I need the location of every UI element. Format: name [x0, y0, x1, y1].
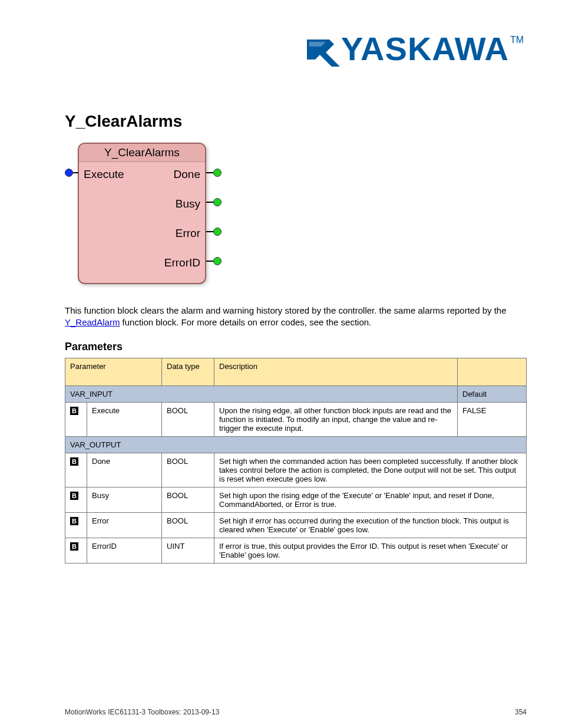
- output-pin-icon: [213, 228, 222, 236]
- pin-stub: [206, 231, 213, 232]
- output-pin-icon: [213, 257, 222, 265]
- param-desc: Set high upon the rising edge of the 'Ex…: [214, 487, 527, 512]
- desc-text: section.: [341, 317, 372, 327]
- param-default: FALSE: [458, 402, 527, 436]
- output-pin-icon: [213, 198, 222, 206]
- table-row: B ErrorID UINT If error is true, this ou…: [65, 538, 527, 563]
- parameters-heading: Parameters: [65, 341, 527, 353]
- readAlarm-link[interactable]: Y_ReadAlarm: [65, 317, 120, 327]
- brand-name: YASKAWA: [341, 32, 509, 65]
- param-desc: Set high when the commanded action has b…: [214, 453, 527, 487]
- desc-text: This function block clears the alarm and…: [65, 305, 507, 315]
- pin-stub: [206, 172, 213, 173]
- param-name: ErrorID: [87, 538, 162, 563]
- table-row: B Busy BOOL Set high upon the rising edg…: [65, 487, 527, 512]
- port-execute: Execute: [84, 168, 124, 181]
- group-var-output: VAR_OUTPUT: [65, 436, 527, 453]
- trademark: TM: [510, 35, 524, 45]
- param-type: BOOL: [162, 512, 214, 538]
- parameters-table: Parameter Data type Description VAR_INPU…: [65, 358, 527, 564]
- pin-stub: [206, 261, 213, 262]
- param-type: BOOL: [162, 453, 214, 487]
- pin-stub: [206, 202, 213, 203]
- footer-left: MotionWorks IEC61131-3 Toolboxes: 2013-0…: [65, 708, 219, 716]
- table-header-row: Parameter Data type Description: [65, 358, 527, 386]
- function-block-title: Y_ClearAlarms: [79, 144, 205, 162]
- output-pin-icon: [213, 169, 222, 177]
- function-block-box: Y_ClearAlarms Execute Done Busy Error Er…: [78, 143, 206, 284]
- param-name: Execute: [87, 402, 162, 436]
- col-description: Description: [214, 358, 458, 386]
- row-marker: B: [65, 512, 87, 538]
- input-pin-icon: [65, 169, 73, 177]
- group-label: VAR_INPUT: [65, 386, 458, 402]
- col-datatype: Data type: [162, 358, 214, 386]
- row-marker: B: [65, 487, 87, 512]
- function-block-body: Execute Done Busy Error ErrorID: [79, 162, 205, 284]
- group-var-input: VAR_INPUT Default: [65, 386, 527, 402]
- row-marker: B: [65, 402, 87, 436]
- table-row: B Error BOOL Set high if error has occur…: [65, 512, 527, 538]
- brand-logo: YASKAWA TM: [306, 32, 524, 68]
- param-desc: Upon the rising edge, all other function…: [214, 402, 458, 436]
- yaskawa-mark-icon: [306, 32, 341, 68]
- desc-text: function block. For more details on erro…: [123, 317, 341, 327]
- table-row: B Done BOOL Set high when the commanded …: [65, 453, 527, 487]
- footer-page-number: 354: [515, 708, 527, 716]
- port-errorid: ErrorID: [164, 256, 200, 269]
- param-desc: Set high if error has occurred during th…: [214, 512, 527, 538]
- page: YASKAWA TM Y_ClearAlarms Y_ClearAlarms E…: [0, 0, 562, 728]
- col-parameter: Parameter: [65, 358, 162, 386]
- function-block-diagram: Y_ClearAlarms Execute Done Busy Error Er…: [65, 143, 224, 290]
- description-paragraph: This function block clears the alarm and…: [65, 305, 527, 329]
- param-desc: If error is true, this output provides t…: [214, 538, 527, 563]
- page-title: Y_ClearAlarms: [65, 112, 527, 131]
- param-name: Busy: [87, 487, 162, 512]
- param-name: Done: [87, 453, 162, 487]
- group-label: VAR_OUTPUT: [65, 436, 527, 453]
- row-marker: B: [65, 538, 87, 563]
- param-name: Error: [87, 512, 162, 538]
- col-default: [458, 358, 527, 386]
- port-done: Done: [174, 168, 200, 181]
- param-type: BOOL: [162, 487, 214, 512]
- group-default-header: Default: [458, 386, 527, 402]
- param-type: BOOL: [162, 402, 214, 436]
- row-marker: B: [65, 453, 87, 487]
- port-busy: Busy: [176, 197, 200, 210]
- page-footer: MotionWorks IEC61131-3 Toolboxes: 2013-0…: [65, 708, 527, 716]
- table-row: B Execute BOOL Upon the rising edge, all…: [65, 402, 527, 436]
- port-error: Error: [176, 227, 200, 240]
- param-type: UINT: [162, 538, 214, 563]
